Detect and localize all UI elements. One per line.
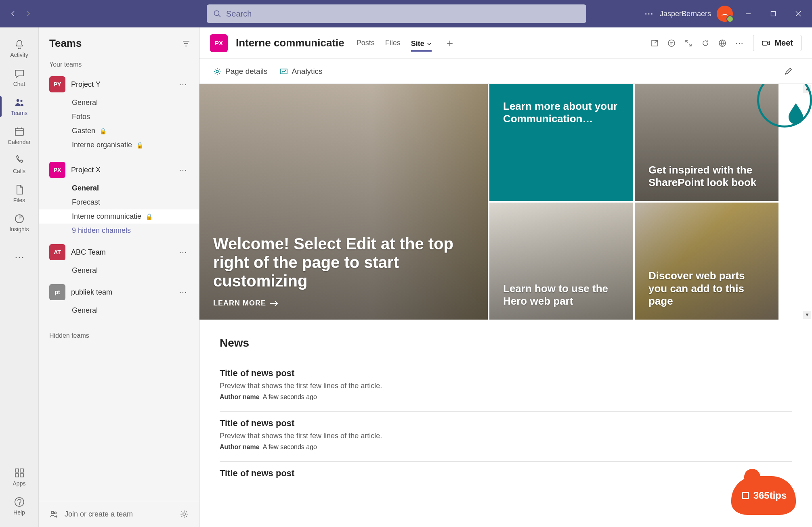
news-item[interactable]: Title of news post	[220, 462, 792, 479]
rail-teams[interactable]: Teams	[0, 92, 38, 121]
team-row[interactable]: PX Project X ⋯	[39, 159, 199, 181]
news-time: A few seconds ago	[263, 393, 317, 400]
insights-icon	[14, 213, 25, 224]
svg-point-13	[55, 512, 57, 514]
svg-point-14	[183, 513, 185, 515]
refresh-icon[interactable]	[701, 39, 709, 47]
rail-help[interactable]: Help	[0, 491, 38, 521]
page-details-button[interactable]: Page details	[213, 67, 268, 76]
help-icon	[14, 496, 25, 508]
rail-chat[interactable]: Chat	[0, 63, 38, 92]
hidden-channels-link[interactable]: 9 hidden channels	[39, 224, 199, 238]
news-section: News Title of news post Preview that sho…	[199, 320, 812, 490]
rail-calendar[interactable]: Calendar	[0, 121, 38, 150]
team-more-button[interactable]: ⋯	[176, 246, 190, 259]
conversation-icon[interactable]	[667, 39, 676, 47]
nav-back-button[interactable]	[7, 8, 19, 20]
svg-rect-22	[743, 493, 748, 498]
channel-row-selected[interactable]: Interne communicatie🔒	[39, 209, 199, 224]
lock-icon: 🔒	[99, 128, 107, 135]
channel-row[interactable]: General	[39, 303, 199, 318]
team-avatar: pt	[49, 284, 65, 300]
username-label: JasperBernaers	[660, 10, 711, 18]
channel-row[interactable]: Interne organisatie🔒	[39, 138, 199, 152]
close-button[interactable]	[789, 6, 808, 22]
news-time: A few seconds ago	[263, 443, 317, 450]
search-icon	[213, 10, 221, 18]
hero-title: Welcome! Select Edit at the top right of…	[213, 234, 474, 290]
team-row[interactable]: PY Project Y ⋯	[39, 73, 199, 96]
filter-button[interactable]	[182, 40, 190, 48]
team-name: publiek team	[71, 288, 170, 297]
expand-icon[interactable]	[684, 39, 692, 47]
tab-posts[interactable]: Posts	[357, 36, 375, 50]
scroll-up-button[interactable]: ▲	[803, 85, 811, 93]
maximize-button[interactable]	[764, 6, 783, 22]
teams-icon	[14, 97, 25, 108]
minimize-button[interactable]	[739, 6, 758, 22]
news-heading: News	[220, 337, 792, 349]
news-preview: Preview that shows the first few lines o…	[220, 382, 792, 390]
news-title: Title of news post	[220, 368, 792, 379]
video-icon	[762, 39, 770, 48]
team-row[interactable]: AT ABC Team ⋯	[39, 241, 199, 264]
rail-calls[interactable]: Calls	[0, 150, 38, 179]
channel-row[interactable]: Gasten🔒	[39, 124, 199, 138]
office-icon	[741, 491, 750, 500]
svg-point-2	[16, 99, 19, 102]
team-row[interactable]: pt publiek team ⋯	[39, 281, 199, 303]
channel-row[interactable]: General	[39, 264, 199, 278]
app-rail: Activity Chat Teams Calendar Calls Files	[0, 27, 39, 527]
more-icon[interactable]: ⋯	[735, 38, 744, 48]
team-avatar: AT	[49, 244, 65, 260]
apps-icon	[14, 467, 25, 479]
hero-tile-2[interactable]: Get inspired with the SharePoint look bo…	[635, 84, 778, 201]
hero-tile-4[interactable]: Discover web parts you can add to this p…	[635, 203, 778, 320]
svg-point-19	[216, 70, 218, 73]
team-more-button[interactable]: ⋯	[176, 163, 190, 176]
rail-files[interactable]: Files	[0, 179, 38, 208]
search-input[interactable]	[226, 9, 580, 19]
chat-icon	[14, 68, 25, 79]
join-create-button[interactable]: Join or create a team	[65, 510, 174, 519]
team-more-button[interactable]: ⋯	[176, 286, 190, 299]
globe-icon[interactable]	[718, 39, 726, 47]
hero-tile-1[interactable]: Learn more about your Communication…	[489, 84, 633, 201]
sharepoint-toolbar: Page details Analytics	[199, 59, 812, 84]
hero-tile-welcome[interactable]: Welcome! Select Edit at the top right of…	[199, 84, 488, 320]
add-tab-button[interactable]: ＋	[445, 36, 455, 50]
analytics-button[interactable]: Analytics	[280, 67, 323, 76]
tab-files[interactable]: Files	[385, 36, 401, 50]
lock-icon: 🔒	[145, 213, 153, 220]
bell-icon	[14, 39, 25, 50]
scroll-down-button[interactable]: ▼	[803, 311, 811, 319]
news-item[interactable]: Title of news post Preview that shows th…	[220, 412, 792, 462]
svg-point-12	[51, 511, 54, 514]
hidden-teams-label[interactable]: Hidden teams	[39, 328, 199, 344]
learn-more-link[interactable]: LEARN MORE	[213, 299, 474, 307]
tab-site[interactable]: Site	[411, 36, 432, 52]
news-item[interactable]: Title of news post Preview that shows th…	[220, 362, 792, 412]
svg-rect-8	[15, 474, 19, 477]
channel-row[interactable]: General	[39, 181, 199, 195]
rail-more[interactable]: ⋯	[0, 248, 38, 267]
rail-activity[interactable]: Activity	[0, 34, 38, 63]
settings-button[interactable]	[180, 510, 189, 519]
rail-apps[interactable]: Apps	[0, 462, 38, 491]
hero-tile-3[interactable]: Learn how to use the Hero web part	[489, 203, 633, 320]
team-more-button[interactable]: ⋯	[176, 78, 190, 91]
channel-row[interactable]: General	[39, 96, 199, 110]
svg-rect-4	[15, 128, 23, 136]
avatar[interactable]	[717, 6, 733, 22]
search-bar[interactable]	[207, 4, 586, 23]
file-icon	[14, 184, 25, 195]
edit-button[interactable]	[781, 65, 795, 78]
meet-button[interactable]: Meet	[753, 35, 802, 51]
popout-icon[interactable]	[650, 39, 659, 47]
nav-forward-button[interactable]	[22, 8, 34, 20]
rail-insights[interactable]: Insights	[0, 208, 38, 237]
channel-row[interactable]: Forecast	[39, 195, 199, 209]
channel-row[interactable]: Fotos	[39, 110, 199, 124]
more-button[interactable]: ⋯	[644, 8, 654, 19]
svg-rect-7	[20, 469, 23, 472]
